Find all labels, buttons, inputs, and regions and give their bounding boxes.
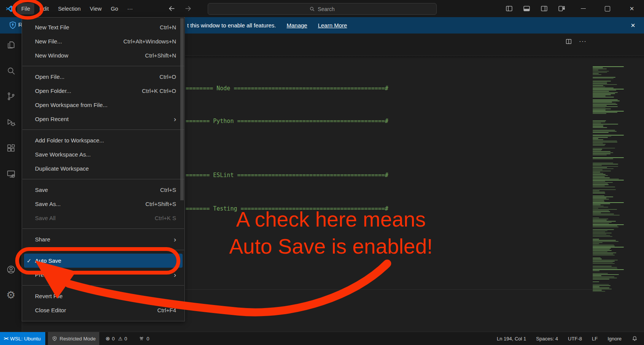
minimap-line bbox=[593, 106, 618, 107]
minimap-line bbox=[593, 180, 624, 180]
customize-layout-icon[interactable] bbox=[558, 5, 566, 13]
warning-count: 0 bbox=[124, 336, 127, 342]
menu-view[interactable]: View bbox=[86, 3, 106, 14]
status-bar: >< WSL: Ubuntu Restricted Mode ⊗ 0 ⚠ 0 bbox=[0, 332, 644, 345]
minimap-line bbox=[593, 179, 619, 179]
layout-controls bbox=[505, 0, 566, 17]
menu-item-preferences[interactable]: Preferences› bbox=[22, 268, 184, 282]
minimap-line bbox=[593, 130, 615, 131]
search-input[interactable]: Search bbox=[208, 3, 437, 15]
minimap-line bbox=[593, 275, 601, 276]
status-item-language-mode[interactable]: Ignore bbox=[607, 336, 622, 342]
restricted-mode-status[interactable]: Restricted Mode bbox=[48, 332, 100, 345]
menu-item-new-file[interactable]: New File...Ctrl+Alt+Windows+N bbox=[22, 34, 184, 48]
menu-item-save[interactable]: SaveCtrl+S bbox=[22, 183, 184, 197]
minimap-line bbox=[593, 81, 611, 81]
menu-item-open-file[interactable]: Open File...Ctrl+O bbox=[22, 70, 184, 84]
back-arrow-icon[interactable] bbox=[168, 5, 175, 12]
minimap-line bbox=[593, 207, 608, 208]
banner-learn-more-link[interactable]: Learn More bbox=[318, 22, 347, 29]
minimize-icon[interactable] bbox=[571, 0, 595, 17]
ports-status[interactable]: 0 bbox=[135, 332, 153, 345]
menu-item-save-as[interactable]: Save As...Ctrl+Shift+S bbox=[22, 197, 184, 211]
activity-account-icon[interactable] bbox=[0, 262, 22, 277]
activity-remote-explorer-icon[interactable] bbox=[0, 166, 22, 182]
activity-extensions-icon[interactable] bbox=[0, 141, 22, 156]
minimap-line bbox=[593, 230, 607, 231]
toggle-secondary-sidebar-icon[interactable] bbox=[540, 5, 548, 13]
menu-separator bbox=[22, 129, 184, 130]
menu-item-revert-file[interactable]: Revert File bbox=[22, 289, 184, 303]
split-editor-icon[interactable] bbox=[565, 38, 572, 45]
menu-item-add-folder-to-workspace[interactable]: Add Folder to Workspace... bbox=[22, 133, 184, 147]
minimap-line bbox=[593, 132, 609, 133]
close-icon[interactable]: ✕ bbox=[620, 0, 644, 17]
menu-more[interactable]: ··· bbox=[123, 3, 137, 14]
minimap-line bbox=[593, 91, 609, 92]
minimap-line bbox=[593, 242, 603, 243]
remote-indicator[interactable]: >< WSL: Ubuntu bbox=[0, 332, 45, 345]
minimap-line bbox=[593, 281, 599, 282]
maximize-icon[interactable] bbox=[595, 0, 620, 17]
menu-item-label: Save bbox=[35, 187, 48, 193]
minimap-line bbox=[593, 86, 605, 87]
minimap-line bbox=[593, 127, 607, 128]
minimap-line bbox=[593, 120, 606, 121]
minimap[interactable] bbox=[593, 66, 625, 332]
menu-item-open-workspace-from-file[interactable]: Open Workspace from File... bbox=[22, 98, 184, 112]
status-item-encoding[interactable]: UTF-8 bbox=[568, 336, 582, 342]
menu-item-new-window[interactable]: New WindowCtrl+Shift+N bbox=[22, 48, 184, 62]
banner-manage-link[interactable]: Manage bbox=[286, 22, 307, 29]
activity-files-icon[interactable] bbox=[0, 37, 22, 53]
minimap-line bbox=[593, 259, 602, 259]
more-actions-icon[interactable]: ··· bbox=[579, 38, 587, 45]
minimap-line bbox=[593, 144, 606, 145]
toggle-sidebar-icon[interactable] bbox=[505, 5, 513, 13]
menu-file[interactable]: File bbox=[17, 3, 34, 14]
minimap-line bbox=[593, 102, 612, 102]
minimap-line bbox=[593, 126, 603, 127]
activity-source-control-icon[interactable] bbox=[0, 89, 22, 104]
menu-item-new-text-file[interactable]: New Text FileCtrl+N bbox=[22, 20, 184, 34]
minimap-line bbox=[593, 136, 611, 137]
menu-item-save-workspace-as[interactable]: Save Workspace As... bbox=[22, 147, 184, 161]
shield-icon bbox=[52, 336, 57, 342]
activity-settings-gear-icon[interactable]: ⚙ bbox=[0, 288, 22, 303]
minimap-line bbox=[593, 73, 599, 74]
toggle-panel-icon[interactable] bbox=[523, 5, 531, 13]
menu-item-open-folder[interactable]: Open Folder...Ctrl+K Ctrl+O bbox=[22, 84, 184, 98]
minimap-line bbox=[593, 82, 607, 83]
minimap-line bbox=[593, 225, 617, 226]
minimap-line bbox=[593, 268, 617, 269]
forward-arrow-icon[interactable] bbox=[184, 5, 192, 12]
minimap-line bbox=[593, 137, 608, 138]
status-item-cursor-position[interactable]: Ln 194, Col 1 bbox=[497, 336, 526, 342]
problems-status[interactable]: ⊗ 0 ⚠ 0 bbox=[102, 332, 131, 345]
minimap-line bbox=[593, 232, 605, 232]
menu-item-close-editor[interactable]: Close EditorCtrl+F4 bbox=[22, 303, 184, 317]
status-item-indentation[interactable]: Spaces: 4 bbox=[536, 336, 558, 342]
status-item-eol[interactable]: LF bbox=[592, 336, 598, 342]
minimap-line bbox=[593, 70, 598, 70]
menubar: FileEditSelectionViewGo··· bbox=[17, 3, 137, 14]
banner-close-icon[interactable]: ✕ bbox=[627, 17, 639, 34]
minimap-line bbox=[593, 236, 612, 237]
menu-separator bbox=[22, 285, 184, 286]
menu-item-auto-save[interactable]: ✓Auto Save bbox=[24, 254, 183, 268]
menu-item-open-recent[interactable]: Open Recent› bbox=[22, 112, 184, 126]
activity-run-debug-icon[interactable] bbox=[0, 115, 22, 130]
menu-item-share[interactable]: Share› bbox=[22, 232, 184, 246]
menu-item-label: Preferences bbox=[35, 272, 66, 278]
minimap-line bbox=[593, 222, 612, 223]
minimap-line bbox=[593, 235, 610, 236]
menu-scrollbar[interactable] bbox=[180, 18, 184, 200]
menu-go[interactable]: Go bbox=[107, 3, 122, 14]
bell-icon[interactable] bbox=[631, 335, 638, 342]
menu-item-duplicate-workspace[interactable]: Duplicate Workspace bbox=[22, 161, 184, 176]
minimap-line bbox=[593, 273, 608, 274]
menu-selection[interactable]: Selection bbox=[54, 3, 85, 14]
menu-item-shortcut: Ctrl+S bbox=[160, 187, 176, 193]
vscode-logo-icon bbox=[5, 5, 13, 13]
menu-edit[interactable]: Edit bbox=[35, 3, 53, 14]
activity-search-icon[interactable] bbox=[0, 63, 22, 78]
